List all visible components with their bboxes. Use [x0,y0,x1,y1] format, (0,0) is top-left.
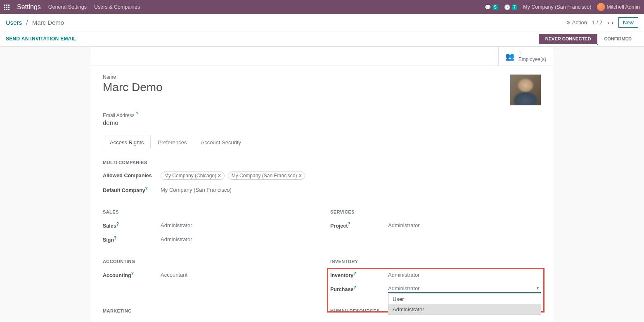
sign-value[interactable]: Administrator [161,236,314,242]
user-name: Mitchell Admin [606,4,640,10]
chat-badge: 5 [492,5,498,10]
help-icon[interactable]: ? [131,271,134,276]
breadcrumb-current: Marc Demo [32,19,64,26]
people-icon: 👥 [505,52,514,61]
purchase-label: Purchase [330,287,353,292]
tabs: Access Rights Preferences Account Securi… [103,135,541,149]
status-never-connected[interactable]: NEVER CONNECTED [539,34,598,44]
sales-value[interactable]: Administrator [161,222,314,228]
purchase-select[interactable]: ▼ User Administrator [388,284,541,293]
activity-badge: 7 [512,5,518,10]
action-menu[interactable]: Action [566,19,587,26]
breadcrumb: Users / Marc Demo [6,19,64,26]
activity-menu[interactable]: 🕓 7 [504,4,518,10]
pager-next[interactable]: › [612,19,613,26]
action-label: Action [572,19,587,26]
name-label: Name [103,74,163,80]
send-invitation-button[interactable]: SEND AN INVITATION EMAIL [6,36,76,42]
status-steps: NEVER CONNECTED CONFIRMED [539,34,638,44]
tag-label: My Company (Chicago) [164,173,216,179]
apps-icon[interactable] [4,5,9,10]
employees-label: Employee(s) [519,56,546,62]
section-accounting: ACCOUNTING [103,259,314,264]
breadcrumb-bar: Users / Marc Demo Action 1 / 2 ‹ › New [0,14,644,31]
name-value[interactable]: Marc Demo [103,81,163,94]
tag-label: My Company (San Francisco) [232,173,297,179]
email-label: Email Address [103,113,135,118]
nav-users-companies[interactable]: Users & Companies [94,4,140,10]
statusbar: SEND AN INVITATION EMAIL NEVER CONNECTED… [0,31,644,47]
breadcrumb-parent[interactable]: Users [6,19,22,26]
help-icon[interactable]: ? [114,236,116,240]
default-company-label: Default Company [103,188,145,193]
accounting-label: Accounting [103,273,131,278]
tab-preferences[interactable]: Preferences [151,136,194,149]
purchase-option-user[interactable]: User [388,294,541,304]
user-avatar[interactable] [510,74,541,106]
project-label: Project [330,223,348,229]
new-button[interactable]: New [618,17,638,28]
purchase-option-admin[interactable]: Administrator [388,304,541,315]
section-marketing: MARKETING [103,308,314,313]
employees-stat-button[interactable]: 👥 1 Employee(s) [498,47,553,66]
inventory-value[interactable]: Administrator [388,272,541,278]
messaging-menu[interactable]: 💬 5 [485,4,498,10]
tab-account-security[interactable]: Account Security [194,136,248,149]
form-sheet: 👥 1 Employee(s) Name Marc Demo Email Add… [91,47,553,322]
status-confirmed[interactable]: CONFIRMED [597,34,638,44]
avatar-icon [597,3,605,11]
help-icon[interactable]: ? [353,271,356,276]
section-multi-companies: MULTI COMPANIES [103,160,541,165]
tag-remove[interactable]: × [298,173,301,179]
allowed-companies-field[interactable]: My Company (Chicago)× My Company (San Fr… [161,172,541,180]
chat-icon: 💬 [485,4,491,10]
email-value[interactable]: demo [103,119,541,126]
default-company-value[interactable]: My Company (San Francisco) [161,187,541,193]
purchase-dropdown: User Administrator [388,294,541,315]
purchase-input[interactable] [388,284,541,293]
company-switcher[interactable]: My Company (San Francisco) [523,4,591,10]
gear-icon [566,19,571,26]
section-inventory: INVENTORY [330,259,541,264]
employees-count: 1 [519,50,546,56]
pager-prev[interactable]: ‹ [607,19,609,26]
sales-label: Sales [103,223,116,229]
sign-label: Sign [103,237,114,243]
section-services: SERVICES [330,209,541,214]
clock-icon: 🕓 [504,4,511,10]
project-value[interactable]: Administrator [388,222,541,228]
breadcrumb-sep: / [26,19,28,26]
company-tag: My Company (San Francisco)× [228,172,305,180]
company-tag: My Company (Chicago)× [161,172,225,180]
inventory-label: Inventory [330,273,353,278]
top-navbar: Settings General Settings Users & Compan… [0,0,644,14]
section-sales: SALES [103,209,314,214]
accounting-value[interactable]: Accountant [161,272,314,278]
pager-count[interactable]: 1 / 2 [592,19,602,26]
app-brand[interactable]: Settings [17,3,41,11]
help-icon[interactable]: ? [145,186,148,191]
help-icon[interactable]: ? [353,285,356,290]
tag-remove[interactable]: × [218,173,221,179]
help-icon[interactable]: ? [116,222,119,226]
user-menu[interactable]: Mitchell Admin [597,3,640,11]
help-icon[interactable]: ? [348,222,350,226]
allowed-companies-label: Allowed Companies [103,173,161,179]
help-icon[interactable]: ? [136,111,138,116]
tab-access-rights[interactable]: Access Rights [103,136,151,149]
nav-general-settings[interactable]: General Settings [48,4,87,10]
